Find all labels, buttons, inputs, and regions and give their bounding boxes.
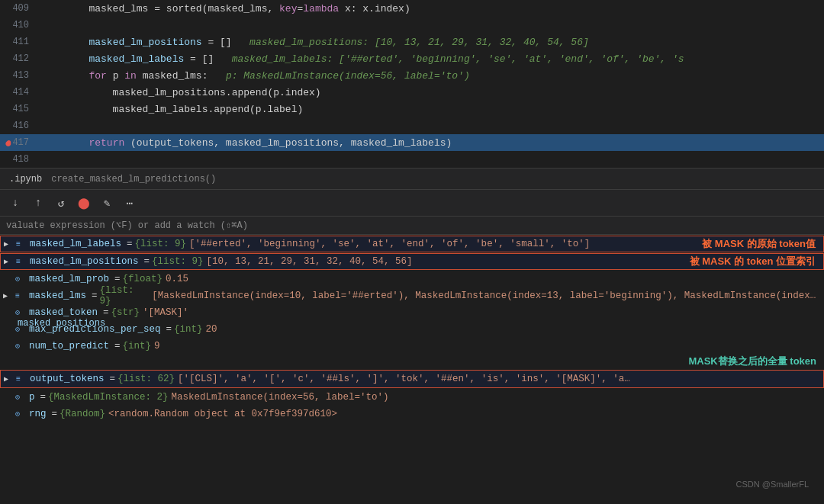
obj-icon: ⊙ <box>15 393 29 402</box>
var-row-masked-lms[interactable]: ▶ ≡ masked_lms = {list: 9} [MaskedLmInst… <box>0 287 824 304</box>
debug-toolbar: ↓ ↑ ↺ ⬤ ✎ ⋯ <box>0 189 824 217</box>
var-name: p <box>29 392 35 403</box>
expand-arrow[interactable]: ▶ <box>4 257 16 266</box>
var-value: [10, 13, 21, 29, 31, 32, 40, 54, 56] <box>207 256 413 267</box>
variables-section[interactable]: ▶ ≡ masked_lm_labels = {list: 9} ['##ert… <box>0 235 824 504</box>
var-type: {str} <box>111 307 140 318</box>
edit-icon[interactable]: ✎ <box>99 195 114 210</box>
var-row-masked-token[interactable]: ▶ ⊙ masked_token = {str} '[MASK]' <box>0 304 824 321</box>
code-line-418: 418 <box>0 151 824 168</box>
var-value: 20 <box>206 324 217 335</box>
mask-replacement-annotation: MASK替换之后的全量 token <box>688 355 816 368</box>
var-name: masked_lm_prob <box>29 274 109 284</box>
list-icon: ≡ <box>16 240 30 249</box>
file-bar: .ipynb create_masked_lm_predictions() <box>0 168 824 189</box>
var-name: masked_lms <box>29 291 86 301</box>
function-name: create_masked_lm_predictions() <box>51 174 216 185</box>
code-line-414: 414 masked_lm_positions.append(p.index) <box>0 84 824 101</box>
file-name: .ipynb <box>9 174 42 185</box>
mask-replacement-annotation-container: MASK替换之后的全量 token <box>0 355 824 368</box>
expand-arrow[interactable]: ▶ <box>4 374 16 384</box>
var-row-rng[interactable]: ▶ ⊙ rng = {Random} <random.Random object… <box>0 406 824 422</box>
code-line-409: 409 masked_lms = sorted(masked_lms, key=… <box>0 0 824 17</box>
var-value: 0.15 <box>166 274 188 284</box>
code-line-412: 412 masked_lm_labels = [] masked_lm_labe… <box>0 50 824 67</box>
var-name: masked_token <box>29 307 98 318</box>
str-icon: ⊙ <box>15 308 29 317</box>
var-name: output_tokens <box>30 374 105 384</box>
var-name: num_to_predict <box>29 341 109 352</box>
step-out-icon[interactable]: ↑ <box>31 195 46 210</box>
var-row-p[interactable]: ▶ ⊙ p = {MaskedLmInstance: 2} MaskedLmIn… <box>0 389 824 406</box>
annotation-masked-lm-positions: 被 MASK 的 token 位置索引 <box>690 255 816 268</box>
var-value: MaskedLmInstance(index=56, label='to') <box>172 392 389 403</box>
watermark: CSDN @SmallerFL <box>735 480 809 489</box>
annotation-masked-lm-labels: 被 MASK 的原始 token值 <box>702 237 816 251</box>
list-icon: ≡ <box>16 375 30 384</box>
float-icon: ⊙ <box>15 274 29 284</box>
expand-arrow: ▶ <box>3 308 15 317</box>
var-value: <random.Random object at 0x7f9ef397d610> <box>108 409 337 419</box>
var-type: {Random} <box>60 409 105 419</box>
var-type: {list: 9} <box>152 256 204 267</box>
expand-arrow: ▶ <box>3 409 15 419</box>
var-name: max_predictions_per_seq <box>29 324 161 335</box>
more-icon[interactable]: ⋯ <box>122 195 137 210</box>
var-type: {float} <box>123 274 163 284</box>
expand-arrow[interactable]: ▶ <box>4 239 16 249</box>
var-name: rng <box>29 409 47 419</box>
list-icon: ≡ <box>16 258 30 266</box>
var-value: [MaskedLmInstance(index=10, label='##ert… <box>152 291 821 301</box>
var-value: '[MASK]' <box>143 307 188 318</box>
var-row-masked-lm-positions[interactable]: ▶ ≡ masked_lm_positions = {list: 9} [10,… <box>0 253 824 270</box>
expand-arrow: ▶ <box>3 342 15 351</box>
var-type: {int} <box>174 324 203 335</box>
int-icon: ⊙ <box>15 325 29 334</box>
code-line-416: 416 <box>0 117 824 134</box>
expand-arrow: ▶ <box>3 274 15 284</box>
var-name: masked_lm_labels <box>30 239 121 249</box>
step-into-icon[interactable]: ↓ <box>8 195 23 210</box>
var-row-output-tokens[interactable]: ▶ ≡ output_tokens = {list: 62} ['[CLS]',… <box>0 370 824 388</box>
int-icon: ⊙ <box>15 342 29 351</box>
code-line-413: 413 for p in masked_lms: p: MaskedLmInst… <box>0 67 824 84</box>
var-value: ['[CLS]', 'a', '[', 'c', '##ls', ']', 't… <box>178 374 636 384</box>
var-row-num-to-predict[interactable]: ▶ ⊙ num_to_predict = {int} 9 <box>0 338 824 355</box>
expand-arrow[interactable]: ▶ <box>3 291 15 300</box>
var-value: ['##erted', 'beginning', 'se', 'at', 'en… <box>189 239 590 249</box>
var-type: {int} <box>123 341 152 352</box>
var-type: {list: 9} <box>100 285 150 307</box>
var-name: masked_lm_positions <box>30 256 139 267</box>
obj-icon: ⊙ <box>15 409 29 419</box>
code-line-415: 415 masked_lm_labels.append(p.label) <box>0 101 824 117</box>
var-type: {list: 9} <box>135 239 187 249</box>
stop-icon[interactable]: ⬤ <box>76 195 92 210</box>
var-row-max-predictions[interactable]: ▶ ⊙ max_predictions_per_seq = {int} 20 <box>0 321 824 338</box>
expand-arrow: ▶ <box>3 393 15 402</box>
var-type: {MaskedLmInstance: 2} <box>48 392 169 403</box>
var-value: 9 <box>154 341 160 352</box>
code-line-417: ● 417 return (output_tokens, masked_lm_p… <box>0 134 824 151</box>
watch-header: valuate expression (⌥F) or add a watch (… <box>0 217 824 235</box>
code-line-411: 411 masked_lm_positions = [] masked_lm_p… <box>0 34 824 50</box>
var-type: {list: 62} <box>117 374 175 384</box>
expand-arrow: ▶ <box>3 325 15 334</box>
code-editor: 409 masked_lms = sorted(masked_lms, key=… <box>0 0 824 168</box>
list-icon: ≡ <box>15 292 29 300</box>
code-line-410: 410 <box>0 17 824 34</box>
restart-icon[interactable]: ↺ <box>53 195 69 210</box>
var-row-masked-lm-labels[interactable]: ▶ ≡ masked_lm_labels = {list: 9} ['##ert… <box>0 236 824 252</box>
